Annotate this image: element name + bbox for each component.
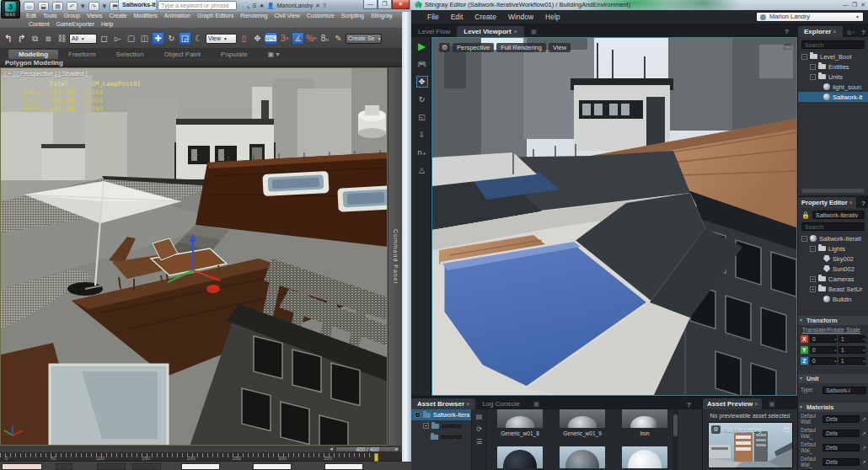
collapse-icon[interactable]: − bbox=[801, 54, 807, 60]
max-search-input[interactable]: Type a keyword or phrase bbox=[158, 1, 237, 10]
ribbon-minimize-icon[interactable]: ▣ ▾ bbox=[258, 50, 290, 59]
explorer-search-input[interactable]: Search bbox=[801, 40, 865, 49]
tab-level-flow[interactable]: Level Flow bbox=[411, 26, 457, 37]
screenshot-camera-icon[interactable]: 🗔 bbox=[784, 43, 791, 51]
menu-civil-view[interactable]: Civil View bbox=[271, 12, 303, 20]
x-scale-spinner[interactable]: 1 bbox=[839, 335, 865, 343]
named-selection-dropdown[interactable]: Create Se▼ bbox=[346, 34, 382, 44]
stingray-user-dropdown[interactable]: Marion Landry ▼ bbox=[756, 12, 864, 22]
max-command-panel-collapsed[interactable]: Command Panel bbox=[388, 67, 402, 446]
menu-edit[interactable]: Edit bbox=[445, 13, 469, 21]
coordinate-y-field[interactable] bbox=[253, 463, 292, 470]
menu-edit[interactable]: Edit bbox=[23, 12, 40, 20]
ribbon-tab-selection[interactable]: Selection bbox=[106, 50, 154, 59]
tree-item-sun002[interactable]: Sun002 bbox=[798, 264, 868, 274]
tree-item-light-soun[interactable]: light_soun bbox=[798, 82, 868, 92]
select-object-icon[interactable]: ◻ bbox=[98, 32, 110, 45]
asset-thumb-row2-3[interactable] bbox=[622, 446, 667, 468]
menu-scripting[interactable]: Scripting bbox=[338, 12, 367, 20]
property-search-input[interactable]: Search bbox=[801, 222, 865, 231]
menu-rendering[interactable]: Rendering bbox=[237, 12, 271, 20]
select-and-link-icon[interactable]: ⧉ bbox=[29, 32, 41, 45]
max-user-name[interactable]: MarionLandry bbox=[276, 1, 313, 10]
expand-icon[interactable]: + bbox=[810, 276, 816, 282]
y-scale-spinner[interactable]: 1 bbox=[839, 346, 865, 354]
redo-dropdown-icon[interactable]: ▾ bbox=[103, 2, 107, 10]
asset-label[interactable]: Generic_w01_9 bbox=[555, 430, 609, 436]
max-track-bar[interactable]: 0 50 100 150 200 250 300 350 bbox=[0, 453, 402, 462]
max-viewport-label[interactable]: [ + ] [ Perspective ] [ Shaded ] bbox=[4, 70, 88, 77]
asset-label[interactable]: Iron bbox=[618, 430, 672, 436]
tab-overflow-icon[interactable]: ▣ bbox=[762, 398, 782, 409]
ribbon-tab-object-paint[interactable]: Object Paint bbox=[153, 50, 211, 59]
asset-thumb-generic-w01-8[interactable] bbox=[497, 409, 543, 428]
angle-snap-icon[interactable]: △ bbox=[416, 164, 428, 176]
viewport-help-icon[interactable]: ? bbox=[785, 28, 789, 35]
material-value-button[interactable]: Defa bbox=[822, 458, 860, 466]
view-mode-icon[interactable]: ☰ bbox=[476, 438, 482, 446]
menu-create[interactable]: Create bbox=[105, 12, 130, 20]
rectangular-selection-icon[interactable]: ▢ bbox=[125, 32, 137, 45]
close-tab-icon[interactable]: × bbox=[514, 29, 517, 35]
select-and-rotate-icon[interactable]: ↻ bbox=[165, 32, 178, 45]
menu-content[interactable]: Content bbox=[25, 20, 53, 29]
minimize-button[interactable]: — bbox=[363, 0, 378, 9]
keyboard-shortcut-override-icon[interactable]: ⌨ bbox=[265, 32, 277, 45]
scale-tool-icon[interactable]: ◱ bbox=[416, 111, 428, 123]
select-and-manipulate-icon[interactable]: ✥ bbox=[251, 32, 264, 45]
asset-grid-scrollbar[interactable] bbox=[672, 409, 678, 470]
unit-section-header[interactable]: Unit bbox=[798, 374, 868, 383]
close-tab-icon[interactable]: × bbox=[833, 29, 836, 35]
select-and-scale-icon[interactable]: ◲ bbox=[179, 32, 191, 45]
edit-named-selection-icon[interactable]: ✎ bbox=[332, 32, 345, 45]
selection-lock-icon[interactable] bbox=[56, 463, 72, 470]
menu-group[interactable]: Group bbox=[60, 12, 83, 20]
ribbon-tab-freeform[interactable]: Freeform bbox=[58, 50, 105, 59]
collapse-icon[interactable]: − bbox=[801, 236, 807, 242]
material-value-button[interactable]: Defa bbox=[822, 430, 860, 437]
maxscript-mini-listener[interactable] bbox=[2, 463, 42, 470]
show-folders-icon[interactable]: ▤ bbox=[476, 413, 483, 420]
redo-icon[interactable]: ↷ bbox=[88, 2, 99, 11]
search-icon[interactable]: 🔍 bbox=[243, 1, 250, 10]
selection-filter-dropdown[interactable]: All▼ bbox=[69, 34, 97, 44]
tree-item-units[interactable]: − Units bbox=[798, 72, 868, 82]
percent-snap-icon[interactable]: %ⁿ bbox=[305, 32, 318, 45]
tab-asset-preview[interactable]: Asset Preview× bbox=[703, 398, 762, 409]
tab-asset-browser[interactable]: Asset Browser× bbox=[411, 398, 475, 409]
select-and-move-icon[interactable]: ✚ bbox=[152, 32, 164, 45]
z-translate-spinner[interactable]: 0 bbox=[810, 357, 837, 365]
explorer-help-icon[interactable]: ? bbox=[861, 29, 865, 36]
tab-property-editor[interactable]: Property Editor× bbox=[798, 197, 856, 208]
material-link-icon[interactable]: ⇗ bbox=[861, 416, 866, 423]
tab-overflow-icon[interactable]: ▣ bbox=[527, 398, 547, 409]
tree-item-sky002[interactable]: Sky002 bbox=[798, 254, 868, 264]
asset-thumb-row2-2[interactable] bbox=[560, 446, 605, 468]
property-editor-help-icon[interactable]: ? bbox=[861, 200, 865, 207]
max-polygon-modeling-strip[interactable]: Polygon Modeling bbox=[0, 59, 411, 67]
render-mode-button[interactable]: Full Rendering bbox=[496, 43, 546, 52]
tab-overflow-icon[interactable]: ▣ bbox=[524, 26, 544, 37]
select-by-name-icon[interactable]: ▻ bbox=[111, 32, 124, 45]
time-marker[interactable] bbox=[374, 453, 378, 462]
unlink-selection-icon[interactable]: ⧈ bbox=[42, 32, 55, 45]
open-file-icon[interactable]: ⬓ bbox=[38, 2, 49, 11]
tree-item-saltwork-project[interactable]: − Saltwork-Itera bbox=[411, 409, 471, 420]
tree-item-cameras[interactable]: + Cameras bbox=[798, 274, 868, 284]
tree-item-beast-setur[interactable]: + Beast SetUr bbox=[798, 284, 868, 294]
tree-item-saltwork-root[interactable]: − Saltwork-Iterati bbox=[798, 233, 868, 243]
ribbon-tab-modeling[interactable]: Modeling bbox=[8, 50, 58, 59]
angle-snap-icon[interactable]: ∡ bbox=[292, 32, 304, 45]
collapse-icon[interactable]: − bbox=[810, 74, 816, 80]
snaps-toggle-icon[interactable]: 3ⁿ bbox=[278, 32, 291, 45]
panel-undock-icon[interactable]: ⧉ ‹ bbox=[847, 29, 855, 36]
menu-stingray[interactable]: Stingray bbox=[367, 12, 396, 20]
reference-coordinate-dropdown[interactable]: View▼ bbox=[206, 34, 237, 44]
close-button[interactable]: ✕ bbox=[860, 1, 865, 8]
menu-graph-editors[interactable]: Graph Editors bbox=[194, 12, 237, 20]
tree-item-entities[interactable]: − Entities bbox=[798, 61, 868, 72]
asset-thumb-generic-w01-9[interactable] bbox=[560, 409, 605, 428]
expand-icon[interactable]: + bbox=[423, 423, 429, 429]
collapse-icon[interactable]: − bbox=[810, 246, 816, 252]
exchange-icon[interactable]: ✕ bbox=[315, 1, 320, 10]
